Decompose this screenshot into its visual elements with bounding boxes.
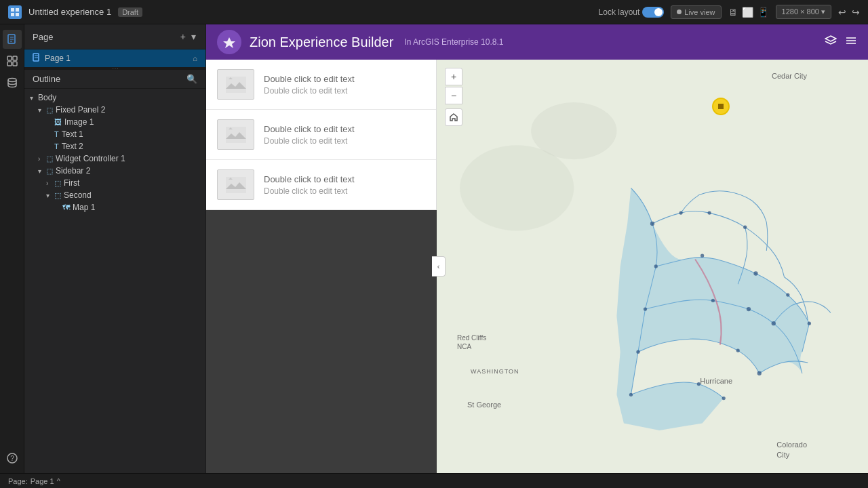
svg-point-12 — [8, 79, 16, 82]
svg-rect-1 — [16, 8, 19, 12]
rail-pages-icon[interactable] — [3, 30, 22, 49]
sidebar-panel: Page + ▾ Page 1 ⌂ ⋯ Outline — [24, 24, 205, 473]
redo-icon[interactable]: ↪ — [852, 7, 860, 18]
topbar: Untitled experience 1 Draft Lock layout … — [0, 0, 868, 24]
svg-point-48 — [722, 396, 726, 400]
svg-rect-9 — [13, 56, 17, 60]
tree-item-text1[interactable]: T Text 1 — [24, 128, 205, 140]
svg-point-30 — [650, 222, 654, 226]
list-card-1[interactable]: Double click to edit text Double click t… — [206, 60, 436, 110]
preview: Zion Experience Builder In ArcGIS Enterp… — [206, 24, 868, 473]
add-page-button[interactable]: + — [179, 30, 187, 43]
card-text-2: Double click to edit text Double click t… — [264, 124, 425, 146]
st-george-label: St George — [467, 401, 501, 409]
tree-item-widget-controller[interactable]: › ⬚ Widget Controller 1 — [24, 152, 205, 165]
zoom-in-button[interactable]: + — [445, 68, 462, 85]
outline-header: Outline 🔍 — [24, 70, 205, 89]
canvas-area: Zion Experience Builder In ArcGIS Enterp… — [206, 24, 868, 473]
widget-label: Widget Controller 1 — [56, 154, 205, 163]
pages-actions: + ▾ — [179, 30, 197, 43]
svg-rect-3 — [16, 13, 19, 16]
tree-item-map1[interactable]: 🗺 Map 1 — [24, 201, 205, 214]
svg-rect-0 — [11, 8, 14, 12]
pages-header: Page + ▾ — [24, 24, 205, 49]
preview-wrapper: Zion Experience Builder In ArcGIS Enterp… — [206, 24, 868, 473]
map-controls: + − — [445, 68, 462, 126]
chevron-fixed-panel: ▾ — [38, 106, 46, 114]
image-icon: 🖼 — [54, 118, 62, 126]
menu-icon[interactable] — [845, 35, 857, 49]
chevron-sidebar2: ▾ — [38, 167, 46, 175]
tree-item-image1[interactable]: 🖼 Image 1 — [24, 116, 205, 128]
cursor-indicator — [712, 98, 730, 115]
card-title-1: Double click to edit text — [264, 74, 425, 84]
page-1-label: Page 1 — [45, 54, 71, 63]
svg-point-41 — [772, 321, 776, 325]
svg-point-28 — [460, 145, 574, 230]
card-text-1: Double click to edit text Double click t… — [264, 74, 425, 96]
card-title-3: Double click to edit text — [264, 174, 425, 184]
second-icon: ⬚ — [54, 191, 61, 200]
svg-point-38 — [644, 307, 647, 310]
outline-search-icon[interactable]: 🔍 — [186, 74, 197, 84]
list-card-3[interactable]: Double click to edit text Double click t… — [206, 160, 436, 210]
svg-point-33 — [743, 226, 747, 229]
red-cliffs-label: Red CliffsNCA — [457, 333, 486, 351]
second-label: Second — [64, 190, 205, 200]
rail-insert-icon[interactable] — [3, 52, 22, 70]
map-area: Cedar City Hurricane WASHINGTON Red Clif… — [437, 60, 868, 473]
tree-item-text2[interactable]: T Text 2 — [24, 140, 205, 152]
page-arrow[interactable]: ^ — [57, 477, 60, 485]
desktop-icon[interactable]: 🖥 — [728, 7, 738, 18]
tree-item-fixed-panel[interactable]: ▾ ⬚ Fixed Panel 2 — [24, 104, 205, 116]
card-subtitle-1: Double click to edit text — [264, 86, 425, 96]
map-home-button[interactable] — [445, 108, 462, 126]
hurricane-label: Hurricane — [700, 377, 732, 385]
content-area: Double click to edit text Double click t… — [206, 60, 868, 473]
list-card-2[interactable]: Double click to edit text Double click t… — [206, 110, 436, 160]
mobile-icon[interactable]: 📱 — [757, 7, 769, 18]
tree-item-sidebar2[interactable]: ▾ ⬚ Sidebar 2 — [24, 165, 205, 177]
card-text-3: Double click to edit text Double click t… — [264, 174, 425, 196]
layers-icon[interactable] — [825, 35, 837, 49]
rail-data-icon[interactable] — [3, 73, 22, 92]
pages-dropdown-button[interactable]: ▾ — [190, 30, 197, 43]
sidebar2-icon: ⬚ — [46, 167, 53, 176]
icon-rail: ? — [0, 24, 24, 473]
draft-badge: Draft — [118, 7, 142, 17]
resolution-selector[interactable]: 1280 × 800 ▾ — [776, 5, 831, 19]
tree-item-first[interactable]: › ⬚ First — [24, 177, 205, 189]
toggle-switch[interactable] — [642, 7, 664, 18]
chevron-text1 — [46, 131, 54, 138]
lock-layout-toggle[interactable]: Lock layout — [599, 7, 665, 18]
svg-point-37 — [786, 293, 789, 296]
cedar-city-label: Cedar City — [772, 72, 807, 80]
tree-item-body[interactable]: ▾ Body — [24, 92, 205, 104]
zoom-out-button[interactable]: − — [445, 87, 462, 104]
app-logo — [217, 30, 241, 54]
rail-help-icon[interactable]: ? — [3, 449, 22, 468]
svg-point-44 — [736, 348, 740, 352]
svg-point-45 — [757, 371, 762, 375]
svg-point-40 — [747, 307, 751, 311]
live-view-button[interactable]: Live view — [671, 5, 721, 19]
svg-point-35 — [701, 254, 704, 258]
app-header-bar: Zion Experience Builder In ArcGIS Enterp… — [206, 24, 868, 60]
card-thumbnail-2 — [217, 119, 254, 150]
svg-point-46 — [629, 393, 633, 396]
svg-rect-8 — [7, 56, 12, 60]
map-svg — [437, 60, 868, 473]
tablet-icon[interactable]: ⬜ — [742, 7, 753, 18]
app-icon — [8, 5, 22, 19]
svg-text:?: ? — [10, 455, 14, 462]
undo-icon[interactable]: ↩ — [838, 7, 846, 18]
collapse-panel-button[interactable]: ‹ — [432, 256, 446, 277]
svg-point-31 — [679, 211, 682, 214]
outline-title: Outline — [33, 74, 186, 84]
tree-item-second[interactable]: ▾ ⬚ Second — [24, 189, 205, 201]
chevron-text2 — [46, 143, 54, 150]
panel-icon: ⬚ — [46, 106, 53, 115]
page-icon — [33, 53, 41, 64]
left-sidebar: Page + ▾ Page 1 ⌂ ⋯ Outline — [24, 24, 206, 473]
card-subtitle-3: Double click to edit text — [264, 186, 425, 196]
